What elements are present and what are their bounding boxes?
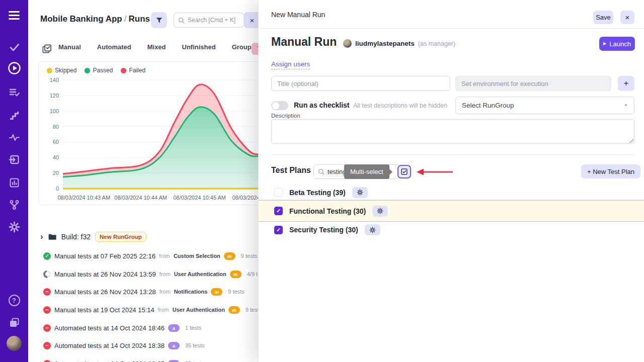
check-icon [9,41,20,53]
resize-handle[interactable] [629,139,633,143]
sidebar-item-projects[interactable] [0,314,28,331]
select-all-icon[interactable] [42,44,52,54]
new-test-plan-button[interactable]: + New Test Plan [581,164,640,178]
sidebar-item-entry[interactable] [0,151,28,168]
run-as-checklist-toggle[interactable] [271,101,288,110]
test-plans-heading: Test Plans [271,166,311,175]
sidebar-item-settings[interactable] [0,218,28,235]
breadcrumb: Mobile Banking App/Runs [40,14,150,24]
funnel-icon [155,16,164,25]
stairs-icon [9,110,20,121]
test-plan-row[interactable]: Beta Testing (39) [259,185,644,200]
legend-passed[interactable]: Passed [85,67,113,74]
status-failed-icon: − [43,360,51,362]
legend-failed[interactable]: Failed [121,67,145,74]
global-search[interactable] [174,13,245,28]
plan-checkbox[interactable]: ✓ [274,207,283,215]
run-type-badge: m [211,288,222,296]
svg-text:20: 20 [53,170,59,176]
run-type-badge: a [168,360,180,362]
sidebar-item-pulse[interactable] [0,129,28,146]
run-tests-count: 9 tests [228,289,244,295]
run-tests-count: 9 tests [241,253,257,259]
tab-manual[interactable]: Manual [58,43,81,51]
environment-input[interactable] [455,76,611,91]
manager-chip[interactable]: liudmylastepanets (as manager) [343,39,455,48]
tab-unfinished[interactable]: Unfinished [182,43,216,51]
plan-settings-button[interactable] [365,224,380,235]
avatar [7,336,22,351]
search-input[interactable] [188,17,238,24]
tab-automated[interactable]: Automated [97,43,131,51]
plan-settings-button[interactable] [352,187,368,198]
sidebar-item-help[interactable]: ? [0,292,28,309]
sidebar-user-avatar[interactable] [0,335,28,352]
svg-text:140: 140 [50,77,59,83]
chevron-down-icon: ▼ [624,103,628,108]
plan-checkbox[interactable]: ✓ [274,226,283,234]
app-screen: ? Mobile Banking App/Runs × [0,0,644,362]
legend-skipped[interactable]: Skipped [47,67,76,74]
folders-icon [9,317,20,328]
plan-label: Beta Testing (39) [289,189,346,197]
test-plan-row[interactable]: ✓ Security Testing (30) [259,222,644,238]
run-from-label: from [159,289,171,295]
tab-mixed[interactable]: Mixed [147,43,166,51]
sidebar-item-analytics[interactable] [0,174,28,191]
description-label: Description [271,113,300,119]
rungroup-row[interactable]: › Build: f32 New RunGroup [40,230,146,243]
play-circle-icon [8,61,21,75]
assign-users-link[interactable]: Assign users [271,60,310,69]
run-from-label: from [159,271,171,277]
run-title: Manual tests at 26 Nov 2024 13:59 [54,270,156,278]
description-textarea[interactable] [271,119,634,144]
runs-chart-card: Skipped Passed Failed 020406080100120140… [38,61,265,205]
filter-button[interactable] [151,12,167,28]
hamburger-icon [9,11,20,20]
runs-tabbar: Manual Automated Mixed Unfinished Groups [58,43,255,51]
run-from-label: from [159,253,170,259]
sidebar-item-tests[interactable] [0,38,28,55]
run-title-input[interactable] [271,76,450,91]
save-button[interactable]: Save [593,11,613,24]
skipped-dot-icon [47,68,52,73]
rungroup-select[interactable]: Select RunGroup ▼ [455,97,634,114]
run-source[interactable]: User Authentication [173,307,225,313]
test-plan-row[interactable]: ✓ Functional Testing (30) [259,200,644,222]
checkbox-icon [400,168,408,175]
checklist-label: Run as checklist [294,101,350,109]
question-icon: ? [9,295,20,306]
svg-text:08/03/2024 10:44 AM: 08/03/2024 10:44 AM [114,195,167,201]
plan-settings-button[interactable] [372,206,388,217]
launch-button[interactable]: ▶ Launch [599,37,635,51]
add-environment-button[interactable]: + [618,76,634,91]
run-source[interactable]: Custom Selection [174,253,220,259]
run-type-badge: m [224,252,235,260]
svg-text:100: 100 [50,108,59,114]
svg-text:40: 40 [53,154,59,160]
sidebar-item-runs[interactable] [0,59,28,76]
plan-checkbox[interactable] [274,188,283,197]
runs-area-chart[interactable]: 02040608010012014008/03/2024 10:43 AM08/… [39,76,265,205]
panel-title: New Manual Run [271,11,325,19]
section-divider [271,154,634,155]
panel-close-button[interactable]: × [620,11,634,24]
multi-select-button[interactable] [397,165,411,178]
status-failed-icon: − [43,324,51,332]
checklist-hint: All test descriptions will be hidden [353,102,447,109]
chevron-right-icon[interactable]: › [40,232,43,241]
run-type-badge: m [230,270,242,278]
sidebar-item-steps[interactable] [0,107,28,124]
new-manual-run-panel: New Manual Run Save × Manual Run liudmyl… [258,0,644,362]
list-check-icon [9,86,20,98]
failed-dot-icon [121,68,126,73]
gear-icon [357,189,363,196]
sidebar-item-checklists[interactable] [0,83,28,101]
run-source[interactable]: User Authentication [174,271,226,277]
breadcrumb-project[interactable]: Mobile Banking App [40,14,122,24]
sidebar-item-branches[interactable] [0,196,28,213]
run-tests-count: 35 tests [185,342,205,348]
menu-button[interactable] [0,7,28,24]
run-source[interactable]: Notifications [174,289,208,295]
svg-text:80: 80 [53,124,59,130]
